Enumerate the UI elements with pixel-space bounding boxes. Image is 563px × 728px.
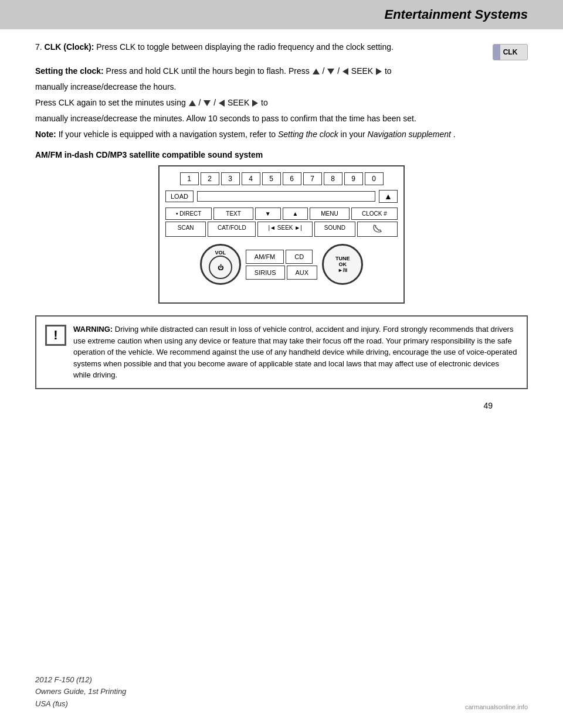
to-text: to: [385, 66, 392, 76]
header-bar: Entertainment Systems: [0, 0, 563, 29]
power-symbol: ⏻: [218, 264, 223, 271]
down-arrow-button[interactable]: ▼: [255, 207, 281, 220]
set-minutes-para: Press CLK again to set the minutes using…: [35, 97, 528, 109]
clock-hash-button[interactable]: CLOCK #: [351, 207, 398, 220]
cd-button[interactable]: CD: [286, 250, 313, 264]
footer-line2: Owners Guide, 1st Printing: [35, 686, 126, 698]
aux-button[interactable]: AUX: [287, 266, 318, 280]
page-title: Entertainment Systems: [384, 7, 528, 22]
note-text: If your vehicle is equipped with a navig…: [59, 130, 278, 139]
arrow-left-icon: [342, 68, 348, 75]
num-btn-8[interactable]: 8: [324, 172, 342, 185]
controls-row2: SCAN CAT/FOLD |◄ SEEK ►| SOUND: [165, 222, 398, 237]
vol-knob[interactable]: VOL ⏻: [200, 244, 241, 285]
warning-icon: !: [45, 325, 66, 346]
sirius-button[interactable]: SIRIUS: [246, 266, 285, 280]
setting-clock-para: Setting the clock: Press and hold CLK un…: [35, 65, 528, 77]
footer: 2012 F-150 (f12) Owners Guide, 1st Print…: [35, 674, 126, 710]
clk-button-label: CLK: [503, 48, 518, 56]
tune-label: TUNE: [335, 256, 350, 261]
load-button[interactable]: LOAD: [165, 190, 194, 202]
up-arrow-button[interactable]: ▲: [283, 207, 308, 220]
cd-slot: [197, 191, 375, 202]
content-area: 7. CLK (Clock): Press CLK to toggle betw…: [0, 41, 563, 410]
scan-button[interactable]: SCAN: [165, 222, 206, 237]
vol-label: VOL: [215, 250, 226, 256]
note-italic1: Setting the clock: [278, 130, 338, 139]
warning-body: Driving while distracted can result in l…: [73, 325, 517, 379]
slash2: /: [337, 66, 340, 76]
slash1: /: [322, 66, 324, 76]
num-btn-5[interactable]: 5: [262, 172, 281, 185]
clk-text1: Press CLK to toggle between displaying t…: [96, 42, 394, 52]
seek-button[interactable]: |◄ SEEK ►|: [257, 222, 313, 237]
tune-knob[interactable]: TUNE OK ►/II: [322, 244, 363, 285]
footer-line1: 2012 F-150 (f12): [35, 674, 126, 686]
watermark: carmanualsonline.info: [465, 703, 528, 710]
setting-hours-para: manually increase/decrease the hours.: [35, 81, 528, 93]
arrow-down-icon: [327, 69, 334, 74]
number-buttons-row: 1 2 3 4 5 6 7 8 9 0: [165, 172, 398, 185]
warning-label: WARNING:: [73, 325, 115, 334]
center-buttons: AM/FM CD SIRIUS AUX: [246, 250, 317, 280]
center-row1: AM/FM CD: [246, 250, 317, 264]
clk-intro: 7. CLK (Clock): Press CLK to toggle betw…: [35, 41, 475, 53]
sound-button[interactable]: SOUND: [314, 222, 355, 237]
warning-box: ! WARNING: Driving while distracted can …: [35, 315, 528, 389]
clk-text-block: 7. CLK (Clock): Press CLK to toggle betw…: [35, 41, 475, 57]
text-button[interactable]: TEXT: [213, 207, 253, 220]
to-text2: to: [261, 98, 268, 107]
radio-diagram: 1 2 3 4 5 6 7 8 9 0 LOAD ▲ • DIRECT TEXT: [158, 165, 405, 304]
ok-label: OK: [338, 261, 347, 267]
arrow-right-icon2: [252, 100, 258, 107]
slash4: /: [213, 98, 216, 107]
arrow-up-icon: [313, 69, 320, 74]
center-row2: SIRIUS AUX: [246, 266, 317, 280]
amfm-button[interactable]: AM/FM: [246, 250, 284, 264]
setting-text: Press and hold CLK until the hours begin…: [106, 66, 312, 76]
arrow-left-icon2: [219, 100, 225, 107]
phone-icon: [372, 224, 382, 233]
seek-text2: SEEK: [228, 98, 252, 107]
load-row: LOAD ▲: [165, 190, 398, 203]
cat-fold-button[interactable]: CAT/FOLD: [208, 222, 256, 237]
direct-button[interactable]: • DIRECT: [165, 207, 212, 220]
menu-button[interactable]: MENU: [310, 207, 349, 220]
warning-text: WARNING: Driving while distracted can re…: [73, 324, 518, 381]
num-btn-0[interactable]: 0: [365, 172, 384, 185]
arrow-up-icon2: [189, 100, 196, 106]
note-end: .: [453, 130, 456, 139]
vol-inner: ⏻: [209, 256, 232, 279]
arrow-right-icon: [376, 68, 382, 75]
note-bold: Note:: [35, 130, 59, 139]
seek-text: SEEK: [351, 66, 375, 76]
controls-row1: • DIRECT TEXT ▼ ▲ MENU CLOCK #: [165, 207, 398, 220]
note-italic2: Navigation supplement: [368, 130, 451, 139]
num-btn-9[interactable]: 9: [344, 172, 363, 185]
note-in: in your: [341, 130, 368, 139]
clk-section: 7. CLK (Clock): Press CLK to toggle betw…: [35, 41, 528, 60]
diagram-heading: AM/FM in-dash CD/MP3 satellite compatibl…: [35, 150, 528, 159]
press-clk-again: Press CLK again to set the minutes using: [35, 98, 188, 107]
item-number: 7.: [35, 42, 45, 52]
num-btn-1[interactable]: 1: [180, 172, 199, 185]
num-btn-4[interactable]: 4: [242, 172, 260, 185]
page-number: 49: [35, 401, 528, 410]
num-btn-7[interactable]: 7: [303, 172, 322, 185]
note-para: WARNING: Note: If your vehicle is equipp…: [35, 128, 528, 141]
num-btn-3[interactable]: 3: [221, 172, 240, 185]
knob-section: VOL ⏻ AM/FM CD SIRIUS AUX TU: [165, 244, 398, 285]
play-pause-label: ►/II: [338, 267, 347, 273]
minutes-para: manually increase/decrease the minutes. …: [35, 113, 528, 125]
arrow-down-icon2: [204, 100, 211, 106]
phone-button[interactable]: [357, 222, 398, 237]
page-container: Entertainment Systems 7. CLK (Clock): Pr…: [0, 0, 563, 728]
num-btn-2[interactable]: 2: [201, 172, 219, 185]
clk-button: CLK: [493, 44, 528, 60]
slash3: /: [199, 98, 201, 107]
clk-bold-label: CLK (Clock):: [45, 42, 94, 52]
num-btn-6[interactable]: 6: [283, 172, 301, 185]
footer-line3: USA (fus): [35, 698, 126, 710]
setting-label: Setting the clock:: [35, 66, 104, 76]
eject-button[interactable]: ▲: [379, 190, 398, 203]
